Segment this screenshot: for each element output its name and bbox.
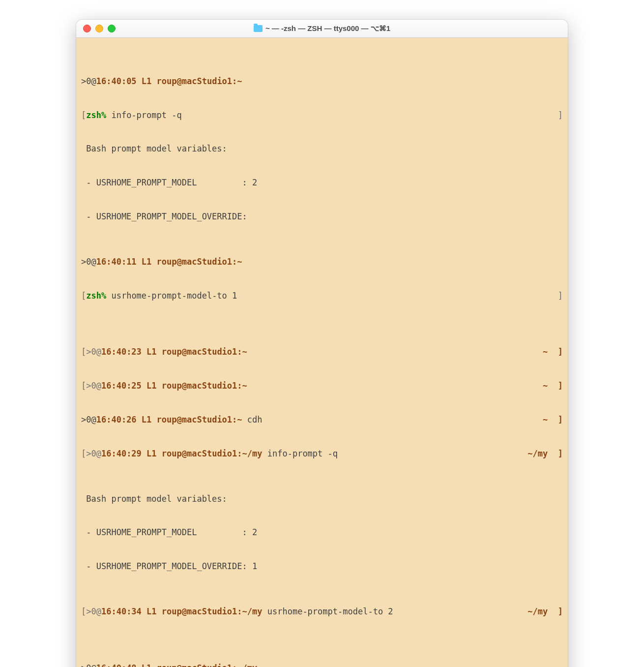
window-title: ~ — -zsh — ZSH — ttys000 — ⌥⌘1 <box>76 24 568 33</box>
ps-line: [>0@16:40:23 L1 roup@macStudio1:~~ ] <box>81 346 563 358</box>
terminal-content[interactable]: >0@16:40:05 L1 roup@macStudio1:~ [zsh% i… <box>76 38 568 667</box>
ps-line: >0@16:40:11 L1 roup@macStudio1:~ <box>81 256 563 268</box>
terminal-window: ~ — -zsh — ZSH — ttys000 — ⌥⌘1 >0@16:40:… <box>76 20 568 667</box>
maximize-icon[interactable] <box>108 25 116 32</box>
ps-line: >0@16:40:05 L1 roup@macStudio1:~ <box>81 76 563 87</box>
title-text: ~ — -zsh — ZSH — ttys000 — ⌥⌘1 <box>265 24 390 33</box>
output-line: - USRHOME_PROMPT_MODEL_OVERRIDE: 1 <box>81 561 563 572</box>
ps-line: >0@16:40:48 L1 roup@macStudio1:~/my <box>81 663 563 667</box>
output-line: Bash prompt model variables: <box>81 143 563 154</box>
titlebar[interactable]: ~ — -zsh — ZSH — ttys000 — ⌥⌘1 <box>76 20 568 38</box>
minimize-icon[interactable] <box>95 25 103 32</box>
cmd-line: [zsh% info-prompt -q] <box>81 110 563 121</box>
close-icon[interactable] <box>83 25 91 32</box>
ps-line: [>0@16:40:25 L1 roup@macStudio1:~~ ] <box>81 380 563 392</box>
traffic-lights <box>83 25 116 32</box>
ps-line: >0@16:40:26 L1 roup@macStudio1:~ cdh~ ] <box>81 414 563 425</box>
ps-line: [>0@16:40:34 L1 roup@macStudio1:~/my usr… <box>81 606 563 617</box>
output-line: - USRHOME_PROMPT_MODEL : 2 <box>81 527 563 538</box>
cmd-line: [zsh% usrhome-prompt-model-to 1] <box>81 290 563 302</box>
output-line: - USRHOME_PROMPT_MODEL : 2 <box>81 177 563 188</box>
output-line: Bash prompt model variables: <box>81 493 563 505</box>
output-line: - USRHOME_PROMPT_MODEL_OVERRIDE: <box>81 211 563 222</box>
folder-icon <box>254 25 263 32</box>
ps-line: [>0@16:40:29 L1 roup@macStudio1:~/my inf… <box>81 448 563 459</box>
